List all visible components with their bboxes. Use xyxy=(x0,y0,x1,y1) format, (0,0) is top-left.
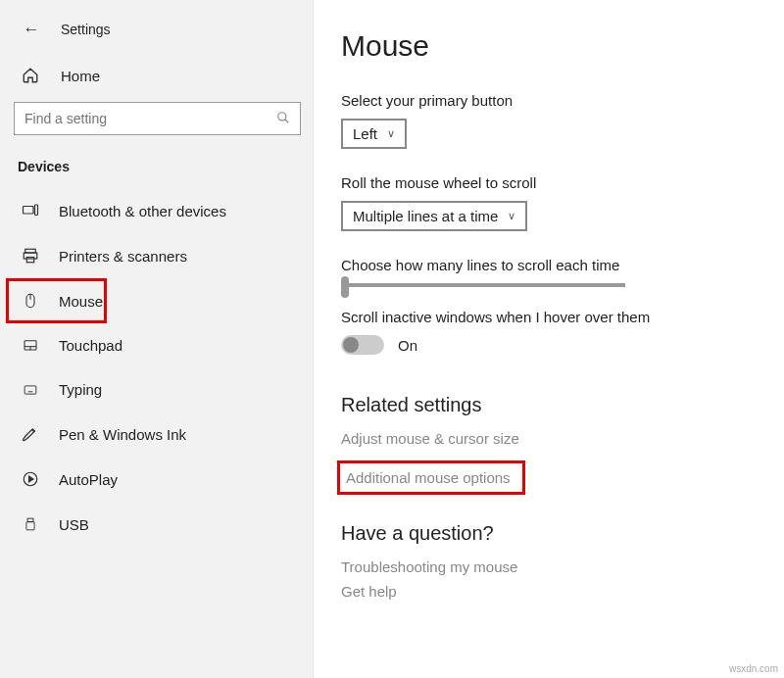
chevron-down-icon: ∨ xyxy=(387,127,395,140)
section-label: Devices xyxy=(0,153,313,188)
keyboard-icon xyxy=(20,383,41,397)
sidebar-item-mouse[interactable]: Mouse xyxy=(6,278,107,323)
header: ← Settings xyxy=(0,10,313,57)
svg-rect-3 xyxy=(35,205,38,216)
sidebar-item-label: Typing xyxy=(59,381,102,398)
svg-rect-21 xyxy=(26,522,34,530)
search-icon xyxy=(276,111,290,127)
svg-rect-12 xyxy=(24,385,36,393)
lines-slider[interactable] xyxy=(341,283,625,287)
watermark: wsxdn.com xyxy=(729,663,778,674)
svg-line-1 xyxy=(285,119,289,122)
home-label: Home xyxy=(61,68,100,84)
sidebar-item-label: Bluetooth & other devices xyxy=(59,203,226,219)
printer-icon xyxy=(20,247,41,265)
lines-label: Choose how many lines to scroll each tim… xyxy=(341,257,784,273)
roll-label: Roll the mouse wheel to scroll xyxy=(341,174,784,191)
toggle-knob xyxy=(343,337,359,353)
sidebar-item-label: AutoPlay xyxy=(59,471,118,488)
chevron-down-icon: ∨ xyxy=(508,210,515,222)
select-value: Left xyxy=(353,125,377,142)
sidebar-item-label: Touchpad xyxy=(59,337,122,354)
hover-toggle[interactable] xyxy=(341,335,384,355)
svg-rect-6 xyxy=(26,258,34,263)
back-button[interactable]: ← xyxy=(18,16,45,43)
search-box[interactable] xyxy=(14,102,301,135)
highlight-box: Additional mouse options xyxy=(337,460,525,495)
svg-rect-5 xyxy=(24,253,37,259)
home-nav[interactable]: Home xyxy=(0,57,313,94)
sidebar-item-typing[interactable]: Typing xyxy=(0,367,313,412)
link-troubleshoot[interactable]: Troubleshooting my mouse xyxy=(341,555,784,579)
toggle-state-text: On xyxy=(398,337,417,354)
usb-icon xyxy=(20,515,41,533)
sidebar-item-label: Pen & Windows Ink xyxy=(59,426,186,443)
sidebar: ← Settings Home Devices Bluetooth & othe… xyxy=(0,0,314,678)
sidebar-item-autoplay[interactable]: AutoPlay xyxy=(0,457,313,502)
link-get-help[interactable]: Get help xyxy=(341,579,784,604)
question-heading: Have a question? xyxy=(341,522,784,545)
devices-icon xyxy=(20,202,41,219)
main-content: Mouse Select your primary button Left ∨ … xyxy=(314,0,784,678)
slider-track xyxy=(341,283,625,287)
autoplay-icon xyxy=(20,470,41,488)
primary-button-label: Select your primary button xyxy=(341,92,784,109)
sidebar-item-printers[interactable]: Printers & scanners xyxy=(0,233,313,278)
link-additional-mouse[interactable]: Additional mouse options xyxy=(342,469,514,486)
primary-button-select[interactable]: Left ∨ xyxy=(341,119,407,149)
arrow-left-icon: ← xyxy=(24,20,40,39)
roll-select[interactable]: Multiple lines at a time ∨ xyxy=(341,201,527,231)
page-title: Mouse xyxy=(341,29,784,63)
home-icon xyxy=(20,67,41,84)
pen-icon xyxy=(20,425,41,443)
svg-rect-20 xyxy=(27,518,33,522)
sidebar-item-touchpad[interactable]: Touchpad xyxy=(0,323,313,367)
sidebar-item-label: Printers & scanners xyxy=(59,248,187,265)
related-heading: Related settings xyxy=(341,394,784,416)
hover-label: Scroll inactive windows when I hover ove… xyxy=(341,309,784,325)
select-value: Multiple lines at a time xyxy=(353,208,498,224)
sidebar-item-pen[interactable]: Pen & Windows Ink xyxy=(0,412,313,457)
search-input[interactable] xyxy=(24,111,276,126)
sidebar-item-label: Mouse xyxy=(59,293,103,310)
sidebar-item-bluetooth[interactable]: Bluetooth & other devices xyxy=(0,188,313,233)
sidebar-item-usb[interactable]: USB xyxy=(0,502,313,547)
mouse-icon xyxy=(20,292,41,310)
svg-point-0 xyxy=(278,112,286,120)
link-adjust-cursor[interactable]: Adjust mouse & cursor size xyxy=(341,426,784,451)
svg-marker-19 xyxy=(29,476,34,482)
app-title: Settings xyxy=(61,22,111,37)
touchpad-icon xyxy=(20,338,41,354)
sidebar-item-label: USB xyxy=(59,516,89,533)
slider-thumb[interactable] xyxy=(341,276,349,298)
svg-rect-2 xyxy=(24,207,34,215)
